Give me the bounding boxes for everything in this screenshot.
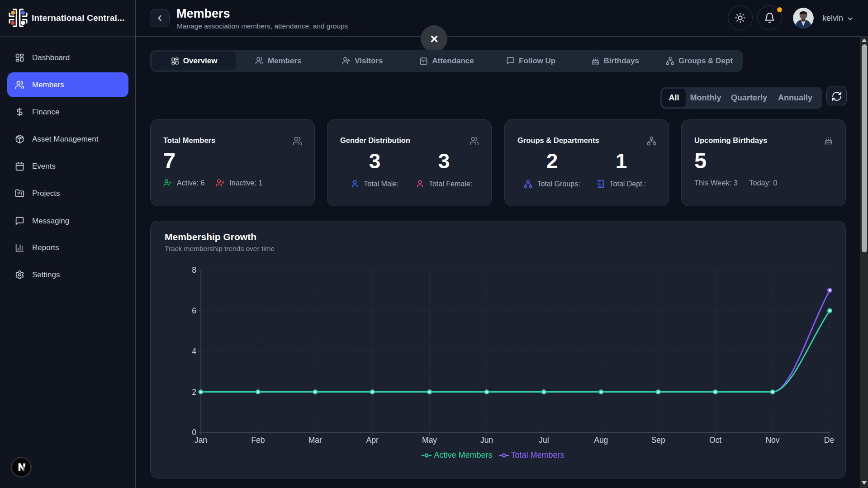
svg-text:Apr: Apr [366,436,379,445]
svg-text:2: 2 [192,388,196,397]
svg-text:Jun: Jun [480,436,493,445]
svg-text:Nov: Nov [765,436,779,445]
svg-text:Oct: Oct [709,436,721,445]
svg-text:Aug: Aug [594,436,608,445]
svg-text:Jul: Jul [539,436,549,445]
svg-text:Mar: Mar [308,436,322,445]
svg-text:May: May [422,436,437,445]
svg-text:6: 6 [192,306,196,315]
svg-text:8: 8 [192,265,196,275]
svg-text:Sep: Sep [651,436,665,445]
svg-text:4: 4 [192,347,196,356]
svg-text:De: De [824,436,834,445]
svg-text:Feb: Feb [251,436,265,445]
svg-text:Jan: Jan [194,436,207,445]
